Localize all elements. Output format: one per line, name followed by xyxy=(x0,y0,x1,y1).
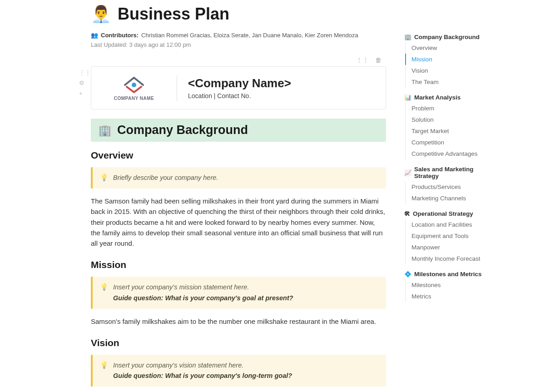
contributors-value: Christian Rommel Gracias, Eloiza Serate,… xyxy=(141,32,358,39)
building-icon: 🏢 xyxy=(404,34,411,40)
callout-mission[interactable]: 💡 Insert your company's mission statemen… xyxy=(91,277,386,308)
company-subtext[interactable]: Location | Contact No. xyxy=(188,92,291,99)
heading-overview[interactable]: Overview xyxy=(91,150,386,161)
add-block-icon[interactable]: + xyxy=(79,90,91,97)
company-logo: COMPANY NAME xyxy=(102,75,166,101)
toc-head-sales-marketing[interactable]: 📈Sales and Marketing Strategy xyxy=(404,164,495,181)
delete-icon[interactable]: 🗑 xyxy=(375,56,382,64)
toc-item[interactable]: Milestones xyxy=(405,279,495,291)
toc-section-sales-marketing: 📈Sales and Marketing Strategy Products/S… xyxy=(404,164,495,204)
callout-overview[interactable]: 💡 Briefly describe your company here. xyxy=(91,167,386,189)
toc-section-operational: 🛠Operational Strategy Location and Facil… xyxy=(404,208,495,264)
toc-item[interactable]: Solution xyxy=(405,114,495,125)
contributors-label: Contributors: xyxy=(101,32,139,39)
table-of-contents: 🏢Company Background OverviewMissionVisio… xyxy=(400,0,504,392)
toc-item[interactable]: Equipment and Tools xyxy=(405,230,495,242)
toc-item[interactable]: Problem xyxy=(405,103,495,114)
section-banner-title: Company Background xyxy=(117,123,248,137)
people-icon: 👥 xyxy=(91,32,98,39)
tools-icon: 🛠 xyxy=(404,210,410,217)
toc-item[interactable]: Monthly Income Forecast xyxy=(405,253,495,264)
toc-item[interactable]: Mission xyxy=(405,54,495,65)
toc-head-operational[interactable]: 🛠Operational Strategy xyxy=(404,208,495,219)
overview-body[interactable]: The Samson family had been selling milks… xyxy=(91,196,386,248)
mission-body[interactable]: Samson's family milkshakes aim to be the… xyxy=(91,316,386,327)
logo-caption: COMPANY NAME xyxy=(102,96,166,101)
trend-icon: 📈 xyxy=(404,169,411,176)
toc-items-s5: MilestonesMetrics xyxy=(405,279,495,302)
toc-item[interactable]: Vision xyxy=(405,65,495,76)
toc-items-s4: Location and FacilitiesEquipment and Too… xyxy=(405,219,495,264)
block-controls: ⋮⋮ 🗑 xyxy=(91,54,386,66)
lightbulb-icon: 💡 xyxy=(100,283,109,291)
diamond-icon: 💠 xyxy=(404,271,411,278)
settings-gear-icon[interactable]: ⚙ xyxy=(79,79,91,86)
toc-item[interactable]: Manpower xyxy=(405,242,495,253)
heading-vision[interactable]: Vision xyxy=(91,337,386,348)
callout-vision-guide: Guide question: What is your company's l… xyxy=(113,371,292,381)
svg-point-0 xyxy=(132,83,136,87)
toc-head-market-analysis[interactable]: 📊Market Analysis xyxy=(404,92,495,103)
callout-overview-text: Briefly describe your company here. xyxy=(113,173,218,183)
house-logo-icon xyxy=(120,75,148,93)
toc-item[interactable]: Competitive Advantages xyxy=(405,148,495,159)
toc-section-company-background: 🏢Company Background OverviewMissionVisio… xyxy=(404,32,495,88)
last-updated-value: 3 days ago at 12:00 pm xyxy=(129,41,191,48)
toc-items-s1: OverviewMissionVisionThe Team xyxy=(405,42,495,88)
toc-item[interactable]: The Team xyxy=(405,76,495,88)
company-name-placeholder[interactable]: <Company Name> xyxy=(188,76,291,90)
vertical-divider xyxy=(177,75,177,101)
page-title[interactable]: Business Plan xyxy=(118,5,229,24)
callout-vision-line1: Insert your company's vision statement h… xyxy=(113,362,243,369)
contributors-row: 👥 Contributors: Christian Rommel Gracias… xyxy=(91,32,386,39)
callout-vision[interactable]: 💡 Insert your company's vision statement… xyxy=(91,355,386,387)
toc-head-company-background[interactable]: 🏢Company Background xyxy=(404,32,495,42)
toc-item[interactable]: Marketing Channels xyxy=(405,193,495,204)
section-banner-company-background: 🏢 Company Background xyxy=(91,119,386,142)
toc-item[interactable]: Overview xyxy=(405,42,495,54)
chart-icon: 📊 xyxy=(404,94,411,101)
block-gutter: ⋮⋮ ⚙ + xyxy=(79,69,91,97)
lightbulb-icon: 💡 xyxy=(100,361,109,369)
toc-section-milestones: 💠Milestones and Metrics MilestonesMetric… xyxy=(404,269,495,302)
toc-item[interactable]: Metrics xyxy=(405,291,495,302)
page-icon[interactable]: 👨‍💼 xyxy=(91,5,111,24)
toc-item[interactable]: Target Market xyxy=(405,125,495,137)
toc-item[interactable]: Location and Facilities xyxy=(405,219,495,230)
last-updated-row: Last Updated: 3 days ago at 12:00 pm xyxy=(91,41,386,48)
lightbulb-icon: 💡 xyxy=(100,174,109,182)
company-header-card[interactable]: COMPANY NAME <Company Name> Location | C… xyxy=(91,66,386,109)
page-title-row: 👨‍💼 Business Plan xyxy=(91,5,386,24)
drag-dots-icon[interactable]: ⋮⋮ xyxy=(79,69,91,76)
last-updated-label: Last Updated: xyxy=(91,41,128,48)
toc-items-s2: ProblemSolutionTarget MarketCompetitionC… xyxy=(405,103,495,159)
drag-handle-icon[interactable]: ⋮⋮ xyxy=(356,56,369,64)
heading-mission[interactable]: Mission xyxy=(91,259,386,270)
building-icon: 🏢 xyxy=(98,124,112,137)
toc-items-s3: Products/ServicesMarketing Channels xyxy=(405,181,495,204)
callout-mission-guide: Guide question: What is your company's g… xyxy=(113,293,293,303)
toc-item[interactable]: Competition xyxy=(405,137,495,148)
callout-mission-line1: Insert your company's mission statement … xyxy=(113,283,249,291)
toc-item[interactable]: Products/Services xyxy=(405,181,495,193)
toc-section-market-analysis: 📊Market Analysis ProblemSolutionTarget M… xyxy=(404,92,495,159)
toc-head-milestones[interactable]: 💠Milestones and Metrics xyxy=(404,269,495,279)
